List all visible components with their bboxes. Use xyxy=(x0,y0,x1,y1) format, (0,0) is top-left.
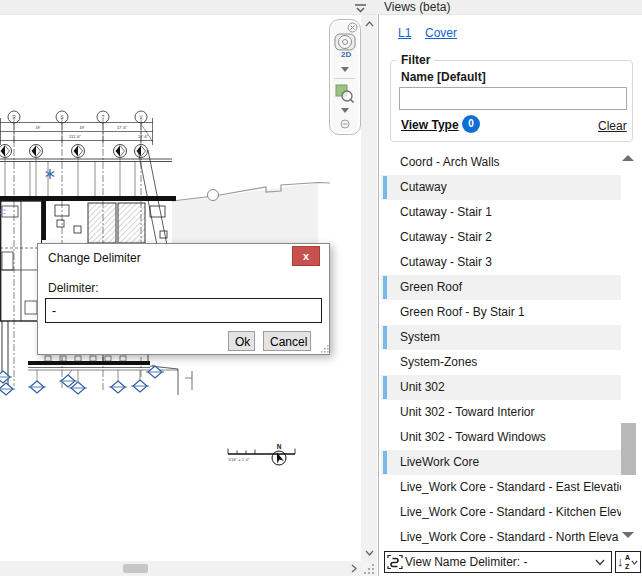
view-type-count-badge: 0 xyxy=(462,115,480,133)
list-item[interactable]: Unit 302 - Toward Windows xyxy=(381,425,621,450)
view-name-delimiter-dropdown[interactable]: View Name Delimiter: - xyxy=(384,551,612,573)
scroll-right-icon[interactable] xyxy=(346,561,361,576)
wall-verticals xyxy=(5,158,135,197)
list-item[interactable]: Coord - Arch Walls xyxy=(381,150,621,175)
dimension-band xyxy=(0,118,153,145)
list-item[interactable]: Green Roof xyxy=(381,275,621,300)
sort-arrow-icon: ↓ xyxy=(617,554,624,569)
canvas-vertical-scrollbar[interactable] xyxy=(361,15,377,561)
site-grid-bubble xyxy=(208,190,219,201)
blue-grid-markers xyxy=(0,365,164,395)
dimension-labels: 19' 19' 17'-6" 111'-6" 17'-6" xyxy=(35,125,148,139)
list-item[interactable]: Green Roof - By Stair 1 xyxy=(381,300,621,325)
top-strip xyxy=(0,0,642,15)
dialog-close-button[interactable]: x xyxy=(292,246,320,266)
scroll-up-icon[interactable] xyxy=(361,16,377,31)
horizontal-scroll-thumb[interactable] xyxy=(123,564,148,573)
navbar-minimize-icon[interactable] xyxy=(340,119,350,129)
list-item[interactable]: LiveWork Core xyxy=(381,450,621,475)
svg-text:19': 19' xyxy=(35,125,40,130)
cancel-button[interactable]: Cancel xyxy=(263,331,311,351)
name-filter-input[interactable] xyxy=(399,87,627,110)
svg-text:111'-6": 111'-6" xyxy=(69,134,81,139)
sort-chevron-icon xyxy=(631,560,638,565)
list-item[interactable]: System-Zones xyxy=(381,350,621,375)
wheel-options-chevron-icon[interactable] xyxy=(341,67,349,72)
site-surface xyxy=(172,183,318,243)
list-scroll-down-icon[interactable] xyxy=(621,531,635,539)
ok-button[interactable]: Ok xyxy=(228,331,255,351)
blue-marker xyxy=(46,169,55,179)
elevation-markers xyxy=(0,145,148,158)
list-item[interactable]: Cutaway - Stair 1 xyxy=(381,200,621,225)
navbar-divider xyxy=(334,78,355,79)
list-item[interactable]: Live_Work Core - Standard - Kitchen Elev xyxy=(381,500,621,525)
zoom-options-chevron-icon[interactable] xyxy=(341,108,349,113)
scroll-down-icon[interactable] xyxy=(361,545,377,560)
grid-bubble-labels: R S T V xyxy=(12,115,142,120)
views-panel: L1 Cover Filter Name [Default] View Type… xyxy=(378,15,642,576)
list-item[interactable]: System xyxy=(381,325,621,350)
delimiter-label: Delimiter: xyxy=(48,281,99,295)
change-delimiter-dialog: Change Delimiter x Delimiter: Ok Cancel xyxy=(37,243,330,355)
list-item[interactable]: Cutaway - Stair 3 xyxy=(381,250,621,275)
list-item[interactable]: Unit 302 xyxy=(381,375,621,400)
navbar-close-icon[interactable] xyxy=(347,22,358,33)
collapse-drawer-icon[interactable] xyxy=(354,3,367,13)
revit-window: Views (beta) xyxy=(0,0,642,576)
views-list: Coord - Arch Walls Cutaway Cutaway - Sta… xyxy=(381,150,621,550)
zoom-region-icon[interactable] xyxy=(335,84,355,104)
sort-az-icon: A Z xyxy=(625,553,630,571)
dropdown-chevron-icon xyxy=(595,559,605,566)
svg-text:19': 19' xyxy=(79,125,84,130)
list-item[interactable]: Live_Work Core - Standard - North Eleva xyxy=(381,525,621,550)
svg-text:17'-6": 17'-6" xyxy=(117,125,128,130)
view-name-delimiter-label: View Name Delimiter: - xyxy=(405,552,527,572)
dialog-resize-grip-icon[interactable] xyxy=(320,344,329,353)
svg-text:N: N xyxy=(277,443,282,450)
list-item[interactable]: Live_Work Core - Standard - East Elevati… xyxy=(381,475,621,500)
view-type-link[interactable]: View Type xyxy=(401,118,459,132)
list-item[interactable]: Cutaway - Stair 2 xyxy=(381,225,621,250)
sort-button[interactable]: ↓ A Z xyxy=(615,551,641,573)
svg-text:17'-6": 17'-6" xyxy=(138,134,149,139)
list-item[interactable]: Unit 302 - Toward Interior xyxy=(381,400,621,425)
link-l1[interactable]: L1 xyxy=(398,26,411,40)
steering-wheel-2d-label: 2D xyxy=(341,50,351,59)
filter-legend: Filter xyxy=(397,53,434,67)
delimiter-input[interactable] xyxy=(45,298,322,323)
view-name-delimiter-icon xyxy=(387,554,403,570)
list-scroll-thumb[interactable] xyxy=(621,423,636,475)
resize-grip[interactable] xyxy=(361,561,377,576)
left-rooms xyxy=(0,201,42,321)
list-scroll-up-icon[interactable] xyxy=(621,154,635,162)
navigation-bar: 2D xyxy=(329,19,361,135)
panel-title: Views (beta) xyxy=(384,0,450,15)
main-wall xyxy=(0,196,176,201)
dialog-title: Change Delimiter xyxy=(48,251,141,265)
link-cover[interactable]: Cover xyxy=(425,26,457,40)
canvas-horizontal-scrollbar[interactable] xyxy=(0,561,361,576)
grid-bubbles xyxy=(8,111,147,123)
list-item[interactable]: Cutaway xyxy=(381,175,621,200)
name-filter-label: Name [Default] xyxy=(401,70,486,84)
clear-filter-link[interactable]: Clear xyxy=(598,119,627,133)
svg-text:1/16" = 1'-0": 1/16" = 1'-0" xyxy=(228,457,250,462)
